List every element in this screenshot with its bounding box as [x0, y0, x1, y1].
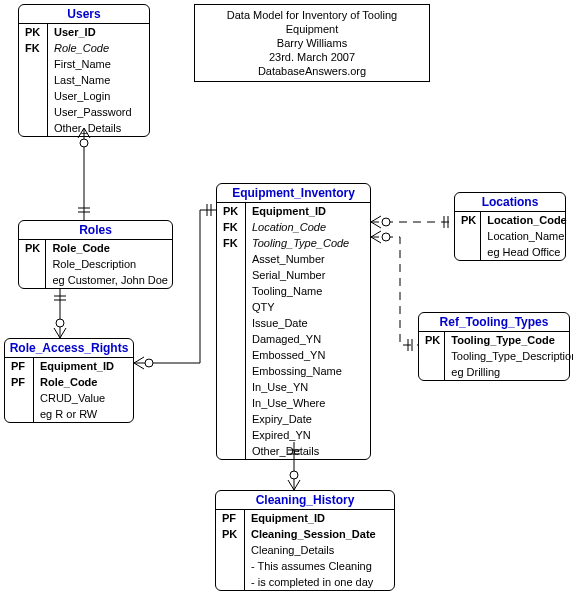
attribute-name: Expired_YN: [246, 427, 371, 443]
attribute-name: Last_Name: [48, 72, 150, 88]
key-indicator: [419, 364, 445, 380]
key-indicator: [216, 574, 245, 590]
entity-reftool-title: Ref_Tooling_Types: [419, 313, 569, 332]
attribute-row: PKLocation_Code: [455, 212, 571, 228]
info-line-4: DatabaseAnswers.org: [201, 64, 423, 78]
attribute-row: eg Customer, John Doe: [19, 272, 172, 288]
diagram-info-box: Data Model for Inventory of Tooling Equi…: [194, 4, 430, 82]
attribute-name: Cleaning_Session_Date: [245, 526, 395, 542]
svg-line-12: [134, 357, 144, 363]
attribute-name: Role_Code: [46, 240, 172, 256]
svg-line-13: [134, 363, 144, 369]
attribute-name: Equipment_ID: [34, 358, 134, 374]
svg-point-3: [80, 139, 88, 147]
key-indicator: [217, 299, 246, 315]
attribute-name: Embossing_Name: [246, 363, 371, 379]
svg-line-18: [371, 216, 381, 222]
attribute-row: Asset_Number: [217, 251, 370, 267]
attribute-name: eg Head Office: [481, 244, 571, 260]
attribute-row: PKUser_ID: [19, 24, 149, 40]
attribute-row: Other_Details: [19, 120, 149, 136]
key-indicator: [217, 411, 246, 427]
attribute-row: eg Drilling: [419, 364, 573, 380]
attribute-row: Other_Details: [217, 443, 370, 459]
key-indicator: [216, 558, 245, 574]
key-indicator: PK: [216, 526, 245, 542]
attribute-row: PFRole_Code: [5, 374, 133, 390]
attribute-row: First_Name: [19, 56, 149, 72]
entity-locations-title: Locations: [455, 193, 565, 212]
attribute-row: Serial_Number: [217, 267, 370, 283]
key-indicator: [5, 390, 34, 406]
attribute-name: User_ID: [48, 24, 150, 40]
svg-point-33: [290, 471, 298, 479]
key-indicator: [19, 104, 48, 120]
info-line-1: Data Model for Inventory of Tooling Equi…: [201, 8, 423, 36]
svg-line-9: [54, 328, 60, 338]
attribute-name: QTY: [246, 299, 371, 315]
attribute-name: - This assumes Cleaning: [245, 558, 395, 574]
key-indicator: [5, 406, 34, 422]
attribute-row: PFEquipment_ID: [5, 358, 133, 374]
attribute-name: Tooling_Type_Code: [246, 235, 371, 251]
key-indicator: [217, 395, 246, 411]
svg-line-24: [371, 237, 381, 243]
attribute-row: FKLocation_Code: [217, 219, 370, 235]
attribute-row: PKRole_Code: [19, 240, 172, 256]
attribute-name: In_Use_YN: [246, 379, 371, 395]
attribute-name: Issue_Date: [246, 315, 371, 331]
key-indicator: [217, 347, 246, 363]
attribute-name: In_Use_Where: [246, 395, 371, 411]
attribute-name: Tooling_Type_Code: [445, 332, 573, 348]
attribute-row: Embossing_Name: [217, 363, 370, 379]
attribute-name: Cleaning_Details: [245, 542, 395, 558]
attribute-row: Expiry_Date: [217, 411, 370, 427]
svg-point-11: [56, 319, 64, 327]
attribute-row: - This assumes Cleaning: [216, 558, 394, 574]
attribute-row: PFEquipment_ID: [216, 510, 394, 526]
key-indicator: PK: [455, 212, 481, 228]
attribute-name: Location_Code: [246, 219, 371, 235]
attribute-name: Tooling_Name: [246, 283, 371, 299]
info-line-3: 23rd. March 2007: [201, 50, 423, 64]
attribute-name: eg Customer, John Doe: [46, 272, 172, 288]
entity-roles: Roles PKRole_Code Role_Description eg Cu…: [18, 220, 173, 289]
attribute-name: Other_Details: [246, 443, 371, 459]
attribute-row: eg R or RW: [5, 406, 133, 422]
key-indicator: PF: [5, 374, 34, 390]
attribute-name: eg R or RW: [34, 406, 134, 422]
attribute-name: Serial_Number: [246, 267, 371, 283]
attribute-row: Issue_Date: [217, 315, 370, 331]
attribute-row: In_Use_YN: [217, 379, 370, 395]
key-indicator: PK: [19, 24, 48, 40]
attribute-name: Equipment_ID: [245, 510, 395, 526]
attribute-name: Location_Code: [481, 212, 571, 228]
entity-users: Users PKUser_IDFKRole_Code First_Name La…: [18, 4, 150, 137]
attribute-row: Role_Description: [19, 256, 172, 272]
info-line-2: Barry Williams: [201, 36, 423, 50]
attribute-name: User_Login: [48, 88, 150, 104]
attribute-row: Damaged_YN: [217, 331, 370, 347]
svg-line-31: [288, 480, 294, 490]
entity-rar-title: Role_Access_Rights: [5, 339, 133, 358]
entity-cleaning-title: Cleaning_History: [216, 491, 394, 510]
svg-point-20: [382, 218, 390, 226]
entity-locations: Locations PKLocation_Code Location_Name …: [454, 192, 566, 261]
key-indicator: [217, 443, 246, 459]
attribute-name: Asset_Number: [246, 251, 371, 267]
svg-line-23: [371, 231, 381, 237]
attribute-name: Location_Name: [481, 228, 571, 244]
key-indicator: [19, 120, 48, 136]
attribute-row: Last_Name: [19, 72, 149, 88]
entity-equipment-inventory: Equipment_Inventory PKEquipment_IDFKLoca…: [216, 183, 371, 460]
key-indicator: [19, 88, 48, 104]
key-indicator: PF: [216, 510, 245, 526]
attribute-row: eg Head Office: [455, 244, 571, 260]
attribute-name: Tooling_Type_Description: [445, 348, 573, 364]
attribute-name: Embossed_YN: [246, 347, 371, 363]
attribute-row: FKRole_Code: [19, 40, 149, 56]
attribute-row: Location_Name: [455, 228, 571, 244]
key-indicator: [19, 72, 48, 88]
key-indicator: [217, 363, 246, 379]
attribute-row: Cleaning_Details: [216, 542, 394, 558]
